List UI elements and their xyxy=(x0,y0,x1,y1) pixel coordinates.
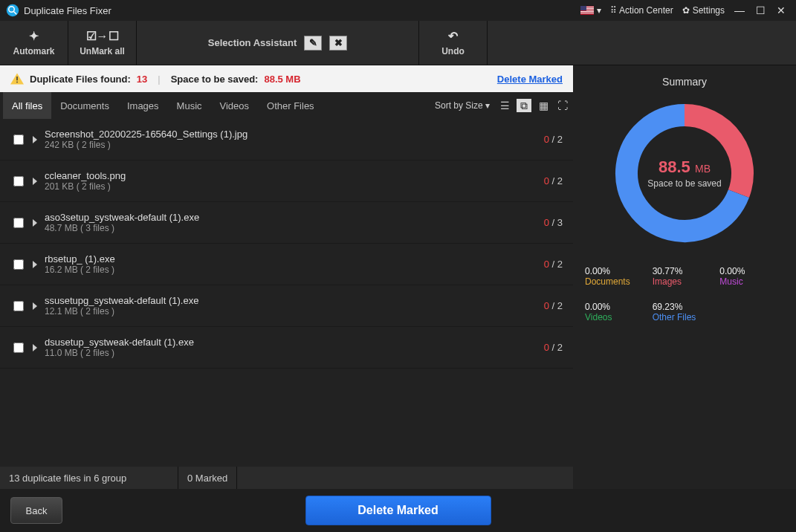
group-row[interactable]: dsusetup_systweak-default (1).exe11.0 MB… xyxy=(0,327,573,369)
row-checkbox[interactable] xyxy=(13,176,24,186)
selection-assistant-btn-1[interactable]: ✎ xyxy=(304,36,322,51)
selection-assistant-btn-2[interactable]: ✖ xyxy=(329,36,347,51)
automark-label: Automark xyxy=(13,46,54,56)
footer: Back Delete Marked xyxy=(0,489,796,532)
tab-documents[interactable]: Documents xyxy=(51,92,118,119)
expand-icon[interactable] xyxy=(33,219,37,227)
sort-dropdown[interactable]: Sort by Size ▾ xyxy=(435,100,490,111)
legend-item: 69.23%Other Files xyxy=(653,302,717,322)
selection-count: 0 / 2 xyxy=(544,175,563,186)
flag-us-icon xyxy=(580,6,594,15)
settings-button[interactable]: ✿ Settings xyxy=(682,5,725,16)
minimize-button[interactable]: — xyxy=(729,4,750,16)
sort-label: Sort by Size xyxy=(435,100,483,111)
delete-marked-link[interactable]: Delete Marked xyxy=(497,74,563,85)
legend-item: 30.77%Images xyxy=(653,266,717,287)
results-list[interactable]: Screenshot_20200225-165640_Settings (1).… xyxy=(0,119,573,467)
legend-label: Music xyxy=(719,276,784,287)
file-name: ssusetupg_systweak-default (1).exe xyxy=(45,295,544,306)
selection-count: 0 / 2 xyxy=(544,300,563,311)
expand-icon[interactable] xyxy=(33,344,37,351)
tab-all-files[interactable]: All files xyxy=(3,92,51,119)
status-bar: 13 duplicate files in 6 group 0 Marked xyxy=(0,467,573,489)
expand-icon[interactable] xyxy=(33,178,37,185)
expand-icon[interactable] xyxy=(33,261,37,268)
view-detail-icon[interactable]: ⧉ xyxy=(517,99,531,112)
row-checkbox[interactable] xyxy=(13,134,24,145)
chevron-down-icon: ▾ xyxy=(485,100,490,111)
language-flag[interactable]: ▾ xyxy=(580,5,601,16)
summary-legend: 0.00%Documents30.77%Images0.00%Music0.00… xyxy=(585,266,784,322)
back-button[interactable]: Back xyxy=(10,497,62,524)
app-title: Duplicate Files Fixer xyxy=(24,5,111,16)
legend-item: 0.00%Documents xyxy=(585,266,650,287)
selection-count: 0 / 3 xyxy=(544,217,563,228)
group-row[interactable]: Screenshot_20200225-165640_Settings (1).… xyxy=(0,119,573,160)
file-meta: 201 KB ( 2 files ) xyxy=(45,181,544,192)
info-bar: Duplicate Files found: 13 | Space to be … xyxy=(0,65,573,92)
legend-pct: 0.00% xyxy=(585,266,650,276)
expand-icon[interactable] xyxy=(33,302,37,310)
close-button[interactable]: ✕ xyxy=(771,4,792,16)
content-area: Duplicate Files found: 13 | Space to be … xyxy=(0,65,796,489)
row-checkbox[interactable] xyxy=(13,218,24,228)
file-name: rbsetup_ (1).exe xyxy=(45,253,544,265)
found-label: Duplicate Files found: xyxy=(30,74,131,85)
unmark-all-button[interactable]: ☑→☐ UnMark all xyxy=(68,21,137,65)
legend-pct: 69.23% xyxy=(653,302,717,312)
warning-icon xyxy=(10,73,24,85)
toolbar: ✦ Automark ☑→☐ UnMark all Selection Assi… xyxy=(0,21,796,65)
view-icons: ☰ ⧉ ▦ ⛶ xyxy=(497,99,570,112)
legend-pct: 30.77% xyxy=(653,266,717,276)
legend-label: Other Files xyxy=(653,312,717,322)
svg-rect-7 xyxy=(580,11,594,12)
left-panel: Duplicate Files found: 13 | Space to be … xyxy=(0,65,573,489)
file-info: ccleaner_tools.png201 KB ( 2 files ) xyxy=(45,170,544,192)
row-checkbox[interactable] xyxy=(13,301,24,311)
undo-button[interactable]: ↶ Undo xyxy=(419,21,488,65)
donut-value: 88.5 xyxy=(659,158,690,176)
svg-rect-9 xyxy=(580,6,586,10)
automark-button[interactable]: ✦ Automark xyxy=(0,21,68,65)
maximize-button[interactable]: ☐ xyxy=(750,4,771,16)
group-row[interactable]: aso3setup_systweak-default (1).exe48.7 M… xyxy=(0,202,573,244)
file-info: ssusetupg_systweak-default (1).exe12.1 M… xyxy=(45,295,544,317)
group-row[interactable]: ssusetupg_systweak-default (1).exe12.1 M… xyxy=(0,285,573,327)
donut-center: 88.5 MB Space to be saved xyxy=(614,103,755,244)
tab-images[interactable]: Images xyxy=(118,92,168,119)
row-checkbox[interactable] xyxy=(13,343,24,353)
selection-count: 0 / 2 xyxy=(544,134,563,145)
grid-icon: ⠿ xyxy=(610,5,616,16)
undo-label: Undo xyxy=(441,46,465,56)
file-info: dsusetup_systweak-default (1).exe11.0 MB… xyxy=(45,337,544,358)
file-meta: 242 KB ( 2 files ) xyxy=(45,140,544,150)
gear-icon: ✿ xyxy=(682,5,690,16)
unmark-icon: ☑→☐ xyxy=(86,29,119,43)
view-grid-icon[interactable]: ▦ xyxy=(536,99,551,112)
wand-icon: ✦ xyxy=(29,29,39,43)
legend-label: Videos xyxy=(585,312,650,322)
group-row[interactable]: ccleaner_tools.png201 KB ( 2 files )0 / … xyxy=(0,160,573,202)
view-list-icon[interactable]: ☰ xyxy=(497,99,512,112)
row-checkbox[interactable] xyxy=(13,259,24,270)
tab-videos[interactable]: Videos xyxy=(211,92,259,119)
summary-title: Summary xyxy=(662,76,707,88)
delete-marked-button[interactable]: Delete Marked xyxy=(305,496,491,525)
undo-icon: ↶ xyxy=(448,29,458,43)
file-name: dsusetup_systweak-default (1).exe xyxy=(45,337,544,348)
fullscreen-icon[interactable]: ⛶ xyxy=(555,99,570,112)
legend-item: 0.00%Music xyxy=(719,266,784,287)
group-row[interactable]: rbsetup_ (1).exe16.2 MB ( 2 files )0 / 2 xyxy=(0,244,573,285)
expand-icon[interactable] xyxy=(33,136,37,143)
selection-count: 0 / 2 xyxy=(544,342,563,353)
tab-music[interactable]: Music xyxy=(168,92,211,119)
tab-other-files[interactable]: Other Files xyxy=(258,92,323,119)
status-marked: 0 Marked xyxy=(178,467,237,489)
file-name: ccleaner_tools.png xyxy=(45,170,544,181)
legend-pct: 0.00% xyxy=(585,302,650,312)
summary-panel: Summary 88.5 MB Space to be saved 0.00%D… xyxy=(573,65,796,489)
action-center-button[interactable]: ⠿ Action Center xyxy=(610,5,673,16)
file-name: Screenshot_20200225-165640_Settings (1).… xyxy=(45,129,544,140)
legend-pct: 0.00% xyxy=(719,266,784,276)
chevron-down-icon: ▾ xyxy=(597,5,601,16)
